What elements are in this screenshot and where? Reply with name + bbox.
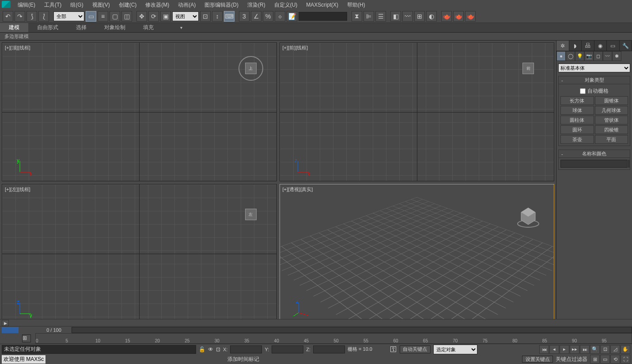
add-time-tag[interactable]: 添加时间标记 (227, 356, 259, 363)
viewcube-persp[interactable] (516, 204, 541, 229)
menu-customize[interactable]: 自定义(U) (270, 0, 302, 10)
plane-button[interactable]: 平面 (595, 135, 628, 144)
isolate-icon[interactable]: 👁 (208, 346, 213, 353)
geometry-subtab[interactable]: ● (556, 51, 566, 61)
key-icon[interactable]: ⚿ (390, 345, 397, 353)
menu-maxscript[interactable]: MAXScript(X) (302, 1, 343, 9)
link-button[interactable]: ⟆ (26, 11, 37, 22)
schematic-button[interactable]: ⊞ (414, 11, 425, 22)
menu-rendering[interactable]: 渲染(R) (243, 0, 270, 10)
geosphere-button[interactable]: 几何球体 (595, 106, 628, 115)
nav-pan-button[interactable]: ✋ (621, 345, 630, 354)
autogrid-checkbox[interactable] (580, 88, 586, 94)
snap-3d-button[interactable]: 3 (239, 11, 250, 22)
menu-modifiers[interactable]: 修改器(M) (141, 0, 174, 10)
hierarchy-tab[interactable]: 品 (582, 41, 594, 51)
pyramid-button[interactable]: 四棱锥 (595, 125, 628, 134)
sphere-button[interactable]: 球体 (560, 106, 594, 115)
cameras-subtab[interactable]: 📷 (584, 51, 594, 61)
move-button[interactable]: ✥ (136, 11, 147, 22)
ribbon-tab-populate[interactable]: 填充 (134, 23, 163, 32)
display-tab[interactable]: ▭ (607, 41, 620, 51)
viewport-left[interactable]: [+][左][线框] 左 zy (2, 184, 277, 323)
key-filters-label[interactable]: 关键点过滤器 (556, 356, 587, 363)
box-button[interactable]: 长方体 (560, 96, 594, 105)
percent-snap-button[interactable]: % (263, 11, 273, 22)
object-category-select[interactable]: 标准基本体 (558, 64, 630, 72)
spacewarps-subtab[interactable]: 〰 (603, 51, 612, 61)
viewport-front[interactable]: [+][前][线框] 前 zx (280, 42, 555, 181)
x-coord-input[interactable] (230, 345, 262, 353)
viewport-label-front[interactable]: [+][前][线框] (283, 45, 308, 51)
shapes-subtab[interactable]: ◯ (566, 51, 575, 61)
object-color-swatch[interactable] (628, 160, 629, 168)
menu-animation[interactable]: 动画(A) (174, 0, 200, 10)
play-button[interactable]: ▸ (560, 345, 569, 354)
ref-coord-system[interactable]: 视图 (172, 11, 199, 21)
spinner-snap-button[interactable]: ⟐ (275, 11, 285, 22)
viewport-label-top[interactable]: [+][顶][线框] (5, 45, 30, 51)
render-frame-button[interactable]: 🫖 (453, 11, 464, 22)
ribbon-tab-selection[interactable]: 选择 (67, 23, 95, 32)
unlink-button[interactable]: ⟅ (38, 11, 49, 22)
nav-maximize-button[interactable]: ⛶ (621, 355, 630, 364)
prev-frame-button[interactable]: ◂ (549, 345, 559, 354)
z-coord-input[interactable] (313, 345, 345, 353)
angle-snap-button[interactable]: ∠ (251, 11, 261, 22)
viewcube-left[interactable]: 左 (238, 202, 263, 227)
helpers-subtab[interactable]: ◻ (594, 51, 603, 61)
rollout-name-color[interactable]: 名称和颜色 (559, 150, 630, 158)
cone-button[interactable]: 圆锥体 (595, 96, 628, 105)
viewcube-front[interactable]: 前 (516, 56, 541, 81)
y-coord-input[interactable] (272, 345, 303, 353)
undo-button[interactable]: ↶ (3, 11, 13, 22)
timeline-scrollbar[interactable] (72, 327, 632, 333)
next-frame-button[interactable]: ▸▸ (570, 345, 579, 354)
viewport-layout-button[interactable] (2, 327, 19, 333)
ribbon-expand-icon[interactable]: ▾ (171, 24, 191, 31)
teapot-button[interactable]: 茶壶 (560, 135, 594, 144)
nav-fov-button[interactable]: ◿ (610, 345, 620, 354)
select-region-button[interactable]: ▢ (110, 11, 120, 22)
nav-zoomall-button[interactable]: ⊡ (600, 345, 610, 354)
menu-grapheditors[interactable]: 图形编辑器(D) (200, 0, 243, 10)
viewport-top[interactable]: [+][顶][线框] 上 yx (2, 42, 277, 181)
nav-zoom-extents-button[interactable]: ⊞ (590, 355, 600, 364)
graphite-button[interactable]: ◧ (390, 11, 401, 22)
viewport-perspective[interactable]: [+][透视][真实] z (280, 184, 555, 323)
menu-view[interactable]: 视图(V) (88, 0, 114, 10)
use-center-button[interactable]: ⊡ (200, 11, 211, 22)
goto-end-button[interactable]: ⏭ (580, 345, 590, 354)
menu-help[interactable]: 帮助(H) (343, 0, 370, 10)
redo-button[interactable]: ↷ (15, 11, 25, 22)
selection-lock-icon[interactable]: ⊡ (216, 346, 220, 353)
menu-tools[interactable]: 工具(T) (40, 0, 66, 10)
select-by-name-button[interactable]: ≡ (98, 11, 108, 22)
mirror-button[interactable]: ⧗ (352, 11, 362, 22)
keyboard-shortcut-button[interactable]: ⌨ (224, 11, 235, 22)
utilities-tab[interactable]: 🔧 (620, 41, 632, 51)
object-name-input[interactable] (560, 160, 628, 168)
select-object-button[interactable]: ▭ (86, 11, 96, 22)
selection-filter[interactable]: 全部 (53, 11, 84, 21)
lock-icon[interactable]: 🔓 (199, 346, 205, 353)
systems-subtab[interactable]: ✱ (612, 51, 621, 61)
motion-tab[interactable]: ◉ (594, 41, 607, 51)
align-button[interactable]: ⊫ (363, 11, 374, 22)
nav-zoom-button[interactable]: 🔍 (590, 345, 600, 354)
render-button[interactable]: 🫖 (465, 11, 476, 22)
setkey-button[interactable]: 设置关键点 (522, 356, 553, 363)
rotate-button[interactable]: ⟳ (148, 11, 159, 22)
curve-editor-button[interactable]: 〰 (402, 11, 413, 22)
render-setup-button[interactable]: 🫖 (441, 11, 452, 22)
rollout-object-type[interactable]: 对象类型 (559, 76, 630, 84)
tube-button[interactable]: 管状体 (595, 116, 628, 124)
viewcube-top[interactable]: 上 (238, 56, 263, 81)
timeline-expand-button[interactable]: ▸ (2, 320, 9, 326)
ribbon-tab-freeform[interactable]: 自由形式 (28, 23, 67, 32)
select-manipulate-button[interactable]: ↕ (212, 11, 223, 22)
ribbon-tab-objpaint[interactable]: 对象绘制 (95, 23, 134, 32)
menu-group[interactable]: 组(G) (66, 0, 87, 10)
scale-button[interactable]: ▣ (160, 11, 171, 22)
timeline[interactable]: ⊞ 05101520253035404550556065707580859095… (0, 333, 632, 344)
